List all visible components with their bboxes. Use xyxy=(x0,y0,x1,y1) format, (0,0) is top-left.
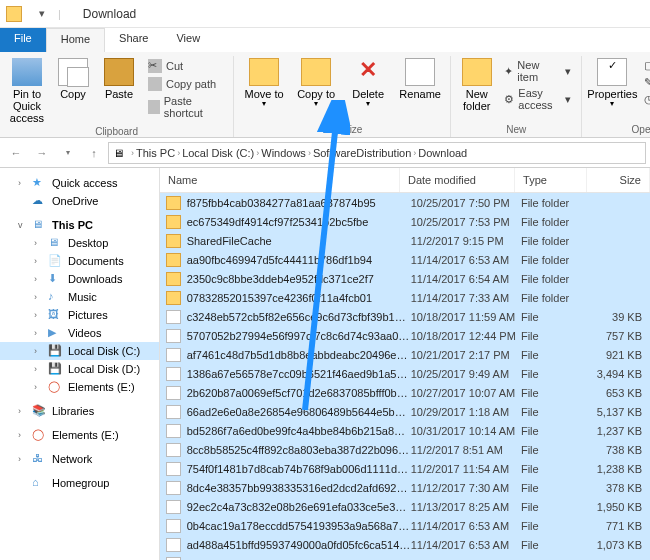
group-clipboard-label: Clipboard xyxy=(95,126,138,139)
tree-node-4[interactable]: ›📄Documents xyxy=(0,252,159,270)
new-item-button[interactable]: ✦New item ▾ xyxy=(500,58,575,84)
tree-node-12[interactable]: ›📚Libraries xyxy=(0,402,159,420)
header-type[interactable]: Type xyxy=(515,168,587,192)
tree-node-15[interactable]: ⌂Homegroup xyxy=(0,474,159,492)
edit-button[interactable]: ✎Edit xyxy=(640,75,650,90)
pin-quick-access-button[interactable]: Pin to Quick access xyxy=(6,56,48,126)
header-name[interactable]: Name xyxy=(160,168,400,192)
move-to-button[interactable]: Move to▾ xyxy=(240,56,288,111)
paste-button[interactable]: Paste xyxy=(98,56,140,102)
file-row[interactable]: 1386a67e56578e7cc09b6521f46aed9b1a5b175f… xyxy=(160,364,650,383)
header-size[interactable]: Size xyxy=(587,168,650,192)
tree-node-6[interactable]: ›♪Music xyxy=(0,288,159,306)
file-row[interactable]: 2b620b87a0069ef5cf701d2e6837085bfff0b8fc… xyxy=(160,383,650,402)
file-row[interactable]: d3468d44a06bfbb0e353540f3f380da1292dc7e6… xyxy=(160,554,650,560)
pin-label: Pin to Quick access xyxy=(8,88,46,124)
file-row[interactable]: f875fbb4cab0384277a81aa637874b9510/25/20… xyxy=(160,193,650,212)
expand-icon[interactable]: › xyxy=(18,406,28,416)
properties-button[interactable]: ✓Properties▾ xyxy=(588,56,636,111)
file-row[interactable]: 0b4cac19a178eccdd5754193953a9a568a7b04ae… xyxy=(160,516,650,535)
tree-node-0[interactable]: ›★Quick access xyxy=(0,174,159,192)
file-row[interactable]: 5707052b27994e56f997cf7c8c6d74c93aa0bad3… xyxy=(160,326,650,345)
crumb-3[interactable]: SoftwareDistribution xyxy=(313,147,411,159)
file-type: File xyxy=(521,463,590,475)
file-icon xyxy=(166,462,181,476)
copy-to-button[interactable]: Copy to▾ xyxy=(292,56,340,111)
expand-icon[interactable]: v xyxy=(18,220,28,230)
expand-icon[interactable]: › xyxy=(34,292,44,302)
history-button[interactable]: ◷History xyxy=(640,92,650,107)
crumb-1[interactable]: Local Disk (C:) xyxy=(182,147,254,159)
copy-button[interactable]: Copy xyxy=(52,56,94,102)
expand-icon[interactable]: › xyxy=(34,238,44,248)
easy-access-button[interactable]: ⚙Easy access ▾ xyxy=(500,86,575,112)
expand-icon[interactable]: › xyxy=(34,310,44,320)
tree-node-10[interactable]: ›💾Local Disk (D:) xyxy=(0,360,159,378)
up-button[interactable]: ↑ xyxy=(82,141,106,165)
expand-icon[interactable]: › xyxy=(34,346,44,356)
tab-share[interactable]: Share xyxy=(105,28,162,52)
header-date[interactable]: Date modified xyxy=(400,168,515,192)
tree-node-2[interactable]: v🖥This PC xyxy=(0,216,159,234)
crumb-4[interactable]: Download xyxy=(418,147,467,159)
file-row[interactable]: ec675349df4914cf97f25341b2bc5fbe10/25/20… xyxy=(160,212,650,231)
copy-path-button[interactable]: Copy path xyxy=(144,76,227,92)
recent-button[interactable]: ▾ xyxy=(56,141,80,165)
file-row[interactable]: af7461c48d7b5d1db8b8eabbdeabc20496e7aea3… xyxy=(160,345,650,364)
tree-node-1[interactable]: ☁OneDrive xyxy=(0,192,159,210)
rename-button[interactable]: Rename xyxy=(396,56,444,102)
tree-node-7[interactable]: ›🖼Pictures xyxy=(0,306,159,324)
file-row[interactable]: 92ec2c4a73c832e08b26e691efa033ce5e3a9400… xyxy=(160,497,650,516)
cut-button[interactable]: ✂Cut xyxy=(144,58,227,74)
tree-node-13[interactable]: ›◯Elements (E:) xyxy=(0,426,159,444)
file-row[interactable]: 2350c9c8bbe3ddeb4e952fdc371ce2f711/14/20… xyxy=(160,269,650,288)
tree-node-11[interactable]: ›◯Elements (E:) xyxy=(0,378,159,396)
file-row[interactable]: bd5286f7a6ed0be99fc4a4bbe84b6b215a8a16b8… xyxy=(160,421,650,440)
expand-icon[interactable]: › xyxy=(34,256,44,266)
folder-icon xyxy=(166,215,181,229)
file-row[interactable]: c3248eb572cb5f82e656ce9c6d73cfbf39b1052a… xyxy=(160,307,650,326)
paste-shortcut-button[interactable]: Paste shortcut xyxy=(144,94,227,120)
tab-file[interactable]: File xyxy=(0,28,46,52)
expand-icon[interactable]: › xyxy=(34,274,44,284)
file-date: 11/14/2017 6:53 AM xyxy=(411,539,521,551)
crumb-2[interactable]: Windows xyxy=(261,147,306,159)
forward-button[interactable]: → xyxy=(30,141,54,165)
expand-icon[interactable]: › xyxy=(18,454,28,464)
file-row[interactable]: aa90fbc469947d5fc44411b786df1b9411/14/20… xyxy=(160,250,650,269)
file-row[interactable]: 8cc8b58525c4ff892c8a803eba387d22b096d432… xyxy=(160,440,650,459)
file-date: 11/14/2017 6:53 AM xyxy=(411,254,521,266)
tree-node-5[interactable]: ›⬇Downloads xyxy=(0,270,159,288)
address-bar[interactable]: 🖥 › This PC › Local Disk (C:) › Windows … xyxy=(108,142,646,164)
expand-icon[interactable]: › xyxy=(18,430,28,440)
file-name: 07832852015397ce4236f0f11a4fcb01 xyxy=(187,292,411,304)
file-type: File xyxy=(521,520,590,532)
tree-node-9[interactable]: ›💾Local Disk (C:) xyxy=(0,342,159,360)
expand-icon[interactable]: › xyxy=(34,328,44,338)
delete-button[interactable]: ✕Delete▾ xyxy=(344,56,392,111)
column-headers: Name Date modified Type Size xyxy=(160,168,650,193)
paste-icon xyxy=(104,58,134,86)
file-row[interactable]: 754f0f1481b7d8cab74b768f9ab006d1111d8023… xyxy=(160,459,650,478)
qat-dropdown[interactable]: ▾ xyxy=(32,4,52,24)
cloud-icon: ☁ xyxy=(32,194,48,208)
back-button[interactable]: ← xyxy=(4,141,28,165)
expand-icon[interactable]: › xyxy=(34,364,44,374)
file-row[interactable]: ad488a451bffd9593749000a0fd05fc6ca514545… xyxy=(160,535,650,554)
file-row[interactable]: SharedFileCache11/2/2017 9:15 PMFile fol… xyxy=(160,231,650,250)
expand-icon[interactable]: › xyxy=(34,382,44,392)
tab-view[interactable]: View xyxy=(162,28,214,52)
expand-icon[interactable]: › xyxy=(18,178,28,188)
delete-icon: ✕ xyxy=(353,58,383,86)
tree-node-3[interactable]: ›🖥Desktop xyxy=(0,234,159,252)
file-row[interactable]: 8dc4e38357bb9938335316ed2dcd2afd69289801… xyxy=(160,478,650,497)
file-row[interactable]: 66ad2e6e0a8e26854e96806489b5644e5bb1e5d2… xyxy=(160,402,650,421)
tree-node-14[interactable]: ›🖧Network xyxy=(0,450,159,468)
file-date: 10/25/2017 9:49 AM xyxy=(411,368,521,380)
tree-node-8[interactable]: ›▶Videos xyxy=(0,324,159,342)
new-folder-button[interactable]: New folder xyxy=(457,56,496,114)
tab-home[interactable]: Home xyxy=(46,28,105,52)
open-button[interactable]: ▢Open ▾ xyxy=(640,58,650,73)
crumb-0[interactable]: This PC xyxy=(136,147,175,159)
file-row[interactable]: 07832852015397ce4236f0f11a4fcb0111/14/20… xyxy=(160,288,650,307)
